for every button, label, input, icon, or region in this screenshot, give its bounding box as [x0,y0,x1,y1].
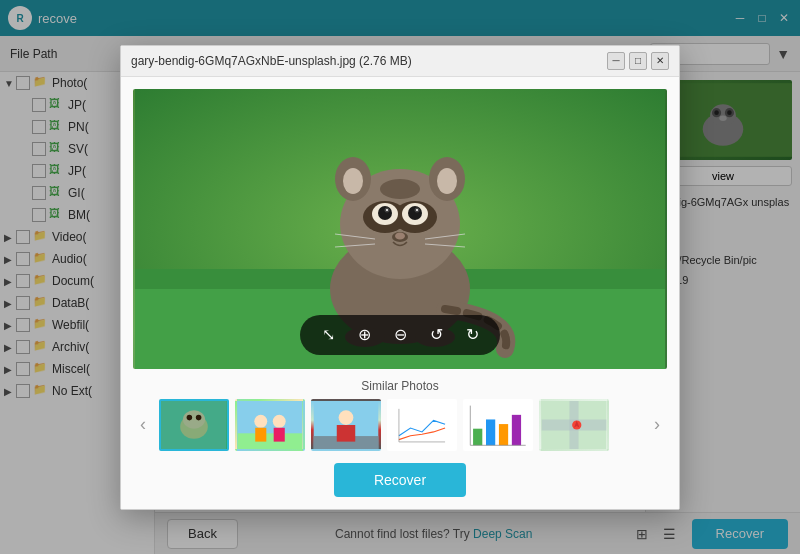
similar-thumb-raccoon[interactable] [159,399,229,451]
similar-photos-label: Similar Photos [133,379,667,393]
modal-body: ⤡ ⊕ ⊖ ↺ ↻ Similar Photos ‹ [121,77,679,509]
preview-toolbar: ⤡ ⊕ ⊖ ↺ ↻ [300,315,500,355]
modal-title: gary-bendig-6GMq7AGxNbE-unsplash.jpg (2.… [131,54,607,68]
similar-thumb-chart2[interactable] [463,399,533,451]
svg-point-29 [380,179,420,199]
svg-rect-42 [238,433,303,449]
svg-point-22 [416,209,418,211]
svg-rect-58 [512,414,521,444]
svg-point-26 [343,168,363,194]
fit-screen-button[interactable]: ⤡ [314,321,342,349]
prev-photo-button[interactable]: ‹ [133,414,153,435]
modal-minimize-button[interactable]: ─ [607,52,625,70]
next-photo-button[interactable]: › [647,414,667,435]
preview-dialog: gary-bendig-6GMq7AGxNbE-unsplash.jpg (2.… [120,45,680,510]
svg-point-40 [196,414,202,420]
svg-rect-57 [499,424,508,445]
svg-point-24 [395,232,405,239]
app-window: R recove ─ □ ✕ File Path ▼ ▼ 📁 [0,0,800,554]
modal-maximize-button[interactable]: □ [629,52,647,70]
similar-thumb-kids[interactable] [235,399,305,451]
modal-controls: ─ □ ✕ [607,52,669,70]
similar-thumbs-container [159,399,641,451]
similar-thumb-chart1[interactable] [387,399,457,451]
svg-point-17 [378,206,392,220]
similar-photos-row: ‹ [133,399,667,451]
svg-rect-51 [395,405,449,445]
svg-rect-50 [337,425,355,442]
svg-rect-56 [486,419,495,445]
modal-recover-button[interactable]: Recover [334,463,466,497]
svg-rect-46 [274,427,285,441]
svg-point-28 [437,168,457,194]
preview-image-container: ⤡ ⊕ ⊖ ↺ ↻ [133,89,667,369]
modal-close-button[interactable]: ✕ [651,52,669,70]
svg-point-18 [408,206,422,220]
similar-thumb-red-shirt[interactable] [311,399,381,451]
svg-point-39 [187,414,193,420]
zoom-in-button[interactable]: ⊕ [350,321,378,349]
svg-point-45 [273,414,286,427]
rotate-right-button[interactable]: ↻ [458,321,486,349]
svg-point-49 [339,410,354,425]
similar-photos-section: Similar Photos ‹ [133,379,667,451]
rotate-left-button[interactable]: ↺ [422,321,450,349]
svg-point-38 [183,410,205,428]
modal-titlebar: gary-bendig-6GMq7AGxNbE-unsplash.jpg (2.… [121,46,679,77]
zoom-out-button[interactable]: ⊖ [386,321,414,349]
svg-rect-55 [473,428,482,445]
modal-overlay: gary-bendig-6GMq7AGxNbE-unsplash.jpg (2.… [0,0,800,554]
similar-thumb-map[interactable] [539,399,609,451]
svg-rect-44 [255,427,266,441]
svg-point-21 [386,209,388,211]
svg-point-43 [254,414,267,427]
